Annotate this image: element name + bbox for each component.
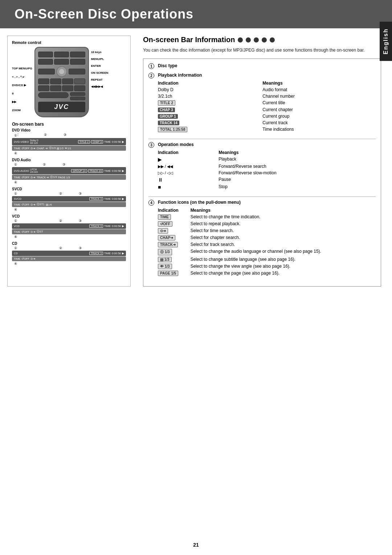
func-search-meaning: Select for time search. <box>191 227 376 234</box>
remote-side-l[interactable] <box>38 69 55 74</box>
remote-btn-5[interactable] <box>54 59 69 65</box>
chap-func-badge: CHAP➜ <box>158 235 175 240</box>
playback-info-title: Playback information <box>158 73 376 78</box>
op-meanings-header: Meanings <box>219 149 376 156</box>
playback-table: Indication Meanings Dolby D Audio format… <box>158 80 376 133</box>
cd-section: CD ① ② ③ CD TRACK 3 TIME 0:00:58 ▶ TIME … <box>12 242 126 266</box>
svcd-num1: ① <box>14 192 17 195</box>
func-track-meaning: Select for track search. <box>191 241 376 248</box>
section2-row: 2 Playback information Indication Meanin… <box>148 73 376 136</box>
cd-label: CD <box>12 242 126 246</box>
remote-section: TOP MENU/PG < , > , ^,v DVD/CD ▶ II ▶▶ Z… <box>12 47 126 117</box>
repeat-func-badge: ↺OFF <box>158 221 172 227</box>
label-onscreen: ON SCREEN <box>91 71 109 74</box>
table-row: CHAP➜ Select for chapter search. <box>158 234 376 241</box>
label-ff: ▶▶ <box>12 100 32 104</box>
section4-row: 4 Function icons (on the pull-down menu)… <box>148 200 376 280</box>
vcd-num3: ③ <box>79 219 82 223</box>
section3-row: 3 Operation modes Indication Meanings <box>148 142 376 194</box>
table-row: Dolby D Audio format <box>158 86 376 93</box>
track-func-badge: TRACK➜ <box>158 242 178 247</box>
divider1 <box>148 139 376 139</box>
left-panel: Remote control TOP MENU/PG < , > , ^,v D… <box>7 36 131 287</box>
cd-num3: ③ <box>79 246 82 250</box>
dot5 <box>270 37 275 42</box>
label-nav: < , > , ^,v <box>12 75 32 78</box>
dvd-video-label: DVD Video <box>12 128 126 132</box>
vcd-section: VCD ① ② ③ VCD TRACK 3 TIME 0:00:58 ▶ TIM… <box>12 214 126 239</box>
meaning-track: Current track <box>262 119 376 126</box>
group-badge: GROUP 1 <box>158 114 178 119</box>
op-stop-icon: ■ <box>158 183 219 191</box>
remote-side-r[interactable] <box>69 69 85 74</box>
remote-pause-btn[interactable] <box>50 85 61 91</box>
table-row: 3/2.1ch Channel number <box>158 93 376 100</box>
remote-btn-2[interactable] <box>54 52 69 57</box>
remote-body: JVC <box>34 47 89 117</box>
jvc-logo: JVC <box>54 103 69 111</box>
dvd-video-bar2: TIME ↺OFF ⊙➜ CHAP. ➜ ⓪1/3 ▤1/3 👁1/1 <box>12 146 126 151</box>
chap-badge: CHAP 3 <box>158 108 175 112</box>
meaning-group: Current group <box>262 113 376 119</box>
remote-plus-btn[interactable] <box>70 92 85 96</box>
table-row: ⏸ Pause <box>158 176 376 183</box>
circle-2: 2 <box>148 73 154 78</box>
audio-func-badge: ⓪ 1/3 <box>158 249 172 255</box>
op-ff-meaning: Forward/Reverse search <box>219 163 376 170</box>
dvd-video-section: DVD Video ① ② ③ DVD-VIDEO Dolby D3/2.1ch… <box>12 128 126 155</box>
func-angle-meaning: Select to change the view angle (see als… <box>191 263 376 270</box>
remote-btn-4[interactable] <box>38 59 53 65</box>
dot1 <box>238 37 243 42</box>
op-slow-icon: ▷▷ / ◁◁ <box>158 170 219 176</box>
intro-text: You can check the disc information (exce… <box>143 47 381 53</box>
meaning-chap: Current chapter <box>262 106 376 113</box>
remote-fwd-btn[interactable] <box>74 85 85 91</box>
language-tab: English <box>380 22 392 61</box>
remote-btn-6[interactable] <box>70 59 85 65</box>
op-play-icon: ▶ <box>158 156 219 163</box>
op-indication-header: Indication <box>158 149 219 156</box>
func-chap-icon: CHAP➜ <box>158 234 191 241</box>
remote-btn-3[interactable] <box>70 52 85 57</box>
vcd-num1: ① <box>14 219 17 223</box>
table-row: TIME Select to change the time indicatio… <box>158 214 376 220</box>
label-zoom: ZOOM <box>12 109 32 112</box>
num1: ① <box>14 133 18 137</box>
label-10keys: 10 keys <box>91 50 109 54</box>
label-top-menu: TOP MENU/PG <box>12 67 32 70</box>
remote-zoom-btn[interactable] <box>38 92 69 98</box>
circle-1: 1 <box>148 63 154 69</box>
func-sub-icon: ▤ 1/3 <box>158 256 191 263</box>
op-stop-meaning: Stop <box>219 183 376 191</box>
circle-3: 3 <box>148 142 154 148</box>
func-meanings-header: Meanings <box>191 207 376 214</box>
remote-stop-btn[interactable] <box>74 78 85 84</box>
remote-dvd-btn-3[interactable] <box>62 78 73 84</box>
func-icons-title: Function icons (on the pull-down menu) <box>158 200 376 205</box>
remote-rew-btn[interactable] <box>62 85 73 91</box>
op-slow-meaning: Forward/Reverse slow-motion <box>219 170 376 176</box>
svcd-section: SVCD ① ② ③ SVCD TRACK 3 TIME 0:00:58 ▶ T… <box>12 187 126 211</box>
remote-btn-1[interactable] <box>38 52 53 57</box>
info-box: 1 Disc type 2 Playback information Indic… <box>143 58 381 287</box>
function-table: Indication Meanings TIME Select to chang… <box>158 207 376 277</box>
remote-center-btn[interactable] <box>56 66 67 77</box>
page-title: On-Screen Disc Operations <box>15 7 193 22</box>
track-badge: TRACK 14 <box>158 121 179 125</box>
func-audio-meaning: Select to change the audio language or c… <box>191 248 376 256</box>
remote-minus-btn[interactable] <box>70 97 85 100</box>
remote-dvd-btn-2[interactable] <box>50 78 61 84</box>
label-repeat: REPEAT <box>91 78 109 81</box>
table-row: ▶▶ / ◀◀ Forward/Reverse search <box>158 163 376 170</box>
func-track-icon: TRACK➜ <box>158 241 191 248</box>
remote-play-btn[interactable] <box>38 85 49 91</box>
vcd-bar2: TIME ↺OFF ⊙➜ ⓪ST <box>12 229 126 234</box>
cd-bar1: CD TRACK 3 TIME 0:00:58 ▶ <box>12 251 126 256</box>
remote-dvd-btn-1[interactable] <box>38 78 49 84</box>
meaning-title: Current title <box>262 100 376 106</box>
vcd-num4: ④ <box>12 235 126 239</box>
remote-right-labels: 10 keys MENU/PL ENTER ON SCREEN REPEAT ◀… <box>91 47 109 117</box>
divider2 <box>148 197 376 197</box>
op-modes-title: Operation modes <box>158 142 376 147</box>
table-row: ■ Stop <box>158 183 376 191</box>
